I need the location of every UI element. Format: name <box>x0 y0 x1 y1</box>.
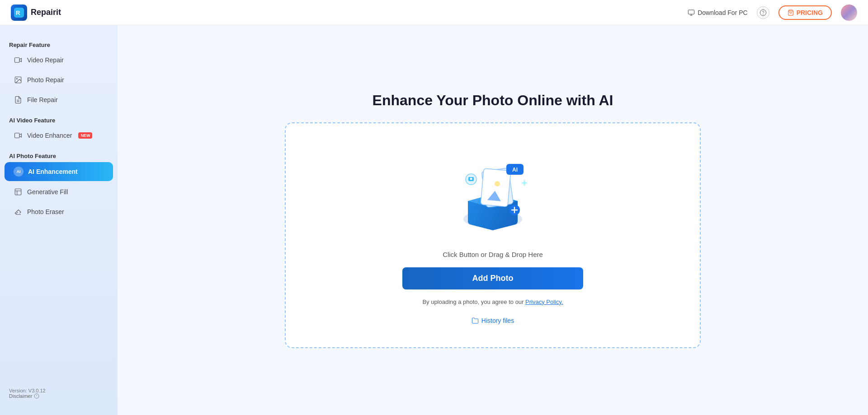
drop-hint: Click Button or Drag & Drop Here <box>443 251 543 258</box>
header-right: Download For PC PRICING <box>688 5 857 21</box>
new-badge: NEW <box>78 132 92 139</box>
photo-eraser-icon <box>14 207 23 216</box>
video-repair-icon <box>14 56 23 65</box>
svg-rect-11 <box>15 133 20 138</box>
svg-rect-6 <box>15 58 20 63</box>
download-button[interactable]: Download For PC <box>688 9 748 16</box>
sidebar-footer: Version: V3.0.12 Disclaimer <box>0 381 118 406</box>
svg-rect-2 <box>688 10 694 14</box>
header: R Repairit Download For PC PRICING <box>0 0 868 25</box>
sidebar-item-label: File Repair <box>27 96 58 103</box>
monitor-icon <box>688 9 695 16</box>
sidebar-item-video-repair[interactable]: Video Repair <box>5 51 113 69</box>
logo-icon: R <box>11 5 27 21</box>
layout: Repair Feature Video Repair Photo Repair… <box>0 25 868 415</box>
repair-feature-title: Repair Feature <box>0 38 118 50</box>
main-area: Enhance Your Photo Online with AI <box>118 25 868 415</box>
sidebar-item-label: AI Enhancement <box>28 168 78 175</box>
video-enhancer-icon <box>14 131 23 140</box>
version-text: Version: V3.0.12 <box>9 388 108 393</box>
help-icon <box>760 9 767 16</box>
svg-point-8 <box>16 78 17 79</box>
sidebar-item-generative-fill[interactable]: Generative Fill <box>5 183 113 201</box>
sidebar-item-label: Video Enhancer <box>27 132 72 139</box>
svg-text:R: R <box>16 9 20 16</box>
svg-text:AI: AI <box>512 167 518 173</box>
sidebar-item-video-enhancer[interactable]: Video Enhancer NEW <box>5 126 113 145</box>
svg-rect-12 <box>15 189 21 195</box>
photo-repair-icon <box>14 75 23 84</box>
generative-fill-icon <box>14 187 23 196</box>
pricing-button[interactable]: PRICING <box>778 5 832 20</box>
history-files-button[interactable]: History files <box>472 317 514 324</box>
sidebar-item-file-repair[interactable]: File Repair <box>5 91 113 109</box>
info-icon <box>34 393 39 399</box>
privacy-link[interactable]: Privacy Policy. <box>525 298 563 305</box>
ai-video-feature-title: AI Video Feature <box>0 113 118 126</box>
page-title: Enhance Your Photo Online with AI <box>373 92 613 109</box>
logo-text: Repairit <box>31 8 61 17</box>
sidebar-item-label: Generative Fill <box>27 188 68 196</box>
help-button[interactable] <box>757 6 769 19</box>
drop-zone[interactable]: AI <box>285 122 701 348</box>
svg-point-25 <box>470 177 472 180</box>
add-photo-button[interactable]: Add Photo <box>402 267 583 289</box>
privacy-notice: By uploading a photo, you agree to our P… <box>422 298 563 305</box>
ai-enhancement-icon: AI <box>14 167 24 177</box>
svg-rect-19 <box>481 168 511 207</box>
ai-photo-feature-title: AI Photo Feature <box>0 149 118 161</box>
cart-icon <box>788 9 794 16</box>
logo[interactable]: R Repairit <box>11 5 61 21</box>
sidebar: Repair Feature Video Repair Photo Repair… <box>0 25 118 415</box>
sidebar-item-photo-repair[interactable]: Photo Repair <box>5 71 113 89</box>
sidebar-item-label: Photo Eraser <box>27 208 64 215</box>
upload-illustration: AI <box>448 147 538 237</box>
sidebar-item-label: Photo Repair <box>27 76 64 84</box>
file-repair-icon <box>14 95 23 104</box>
sidebar-item-ai-enhancement[interactable]: AI AI Enhancement <box>5 162 113 181</box>
user-avatar[interactable] <box>841 5 857 21</box>
svg-point-4 <box>763 14 763 14</box>
sidebar-item-photo-eraser[interactable]: Photo Eraser <box>5 203 113 221</box>
sidebar-item-label: Video Repair <box>27 56 64 64</box>
disclaimer-button[interactable]: Disclaimer <box>9 393 108 399</box>
main-content: Enhance Your Photo Online with AI <box>276 83 710 357</box>
svg-point-3 <box>760 9 766 15</box>
folder-icon <box>472 317 479 324</box>
